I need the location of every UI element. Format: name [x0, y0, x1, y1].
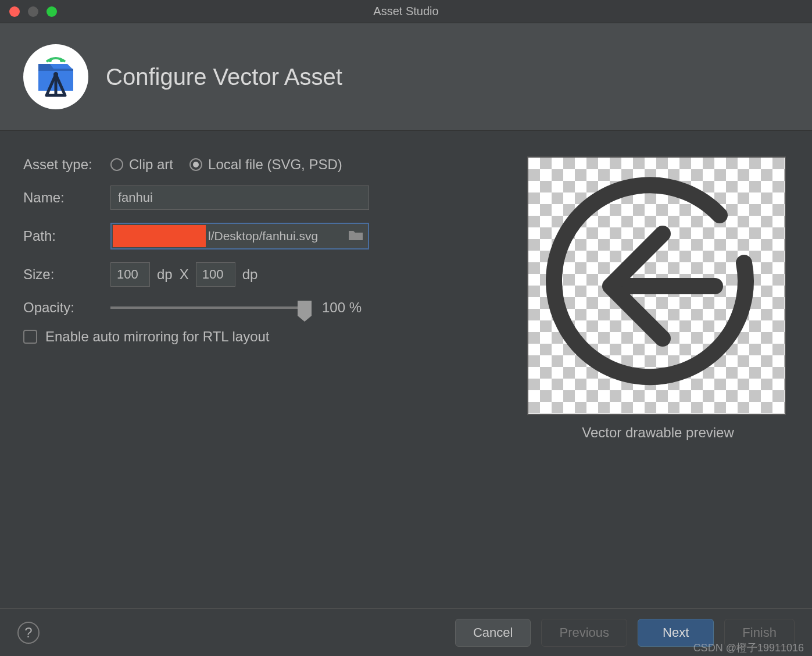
auto-mirror-label: Enable auto mirroring for RTL layout	[45, 329, 270, 345]
page-title: Configure Vector Asset	[106, 64, 342, 90]
radio-clip-art-label: Clip art	[129, 156, 173, 173]
radio-clip-art[interactable]: Clip art	[110, 156, 173, 173]
opacity-label: Opacity:	[23, 300, 110, 316]
previous-button[interactable]: Previous	[541, 619, 627, 647]
radio-icon	[189, 158, 202, 171]
size-label: Size:	[23, 266, 110, 283]
wizard-footer: ? Cancel Previous Next Finish	[0, 608, 812, 656]
asset-type-label: Asset type:	[23, 156, 110, 173]
slider-thumb-icon[interactable]	[298, 301, 312, 316]
radio-local-file[interactable]: Local file (SVG, PSD)	[189, 156, 342, 173]
path-redacted-block	[113, 225, 206, 247]
window-title: Asset Studio	[0, 5, 812, 18]
name-label: Name:	[23, 190, 110, 206]
radio-icon	[110, 158, 123, 171]
size-sep: X	[180, 266, 189, 283]
asset-studio-icon	[23, 44, 88, 109]
size-width-input[interactable]	[110, 262, 150, 287]
path-label: Path:	[23, 228, 110, 244]
form-column: Asset type: Clip art Local file (SVG, PS…	[23, 156, 498, 441]
path-visible-text: l/Desktop/fanhui.svg	[206, 229, 348, 243]
opacity-value: 100 %	[322, 300, 362, 316]
preview-caption: Vector drawable preview	[527, 425, 789, 441]
wizard-banner: Configure Vector Asset	[0, 23, 812, 131]
cancel-button[interactable]: Cancel	[455, 619, 531, 647]
radio-local-file-label: Local file (SVG, PSD)	[208, 156, 342, 173]
slider-track	[110, 306, 308, 309]
size-unit-w: dp	[157, 266, 173, 283]
name-input[interactable]	[110, 186, 369, 210]
watermark: CSDN @橙子19911016	[693, 641, 804, 655]
help-button[interactable]: ?	[17, 622, 40, 644]
content-area: Asset type: Clip art Local file (SVG, PS…	[0, 131, 812, 452]
help-icon: ?	[24, 625, 32, 641]
svg-point-3	[53, 72, 58, 77]
preview-column: Vector drawable preview	[527, 156, 789, 441]
vector-preview	[527, 156, 786, 415]
titlebar: Asset Studio	[0, 0, 812, 23]
opacity-slider[interactable]	[110, 300, 308, 316]
browse-folder-icon[interactable]	[348, 228, 363, 244]
size-unit-h: dp	[242, 266, 258, 283]
path-input[interactable]: l/Desktop/fanhui.svg	[110, 223, 369, 249]
back-arrow-circle-icon	[541, 170, 773, 402]
size-height-input[interactable]	[196, 262, 235, 287]
auto-mirror-checkbox[interactable]	[23, 330, 37, 344]
